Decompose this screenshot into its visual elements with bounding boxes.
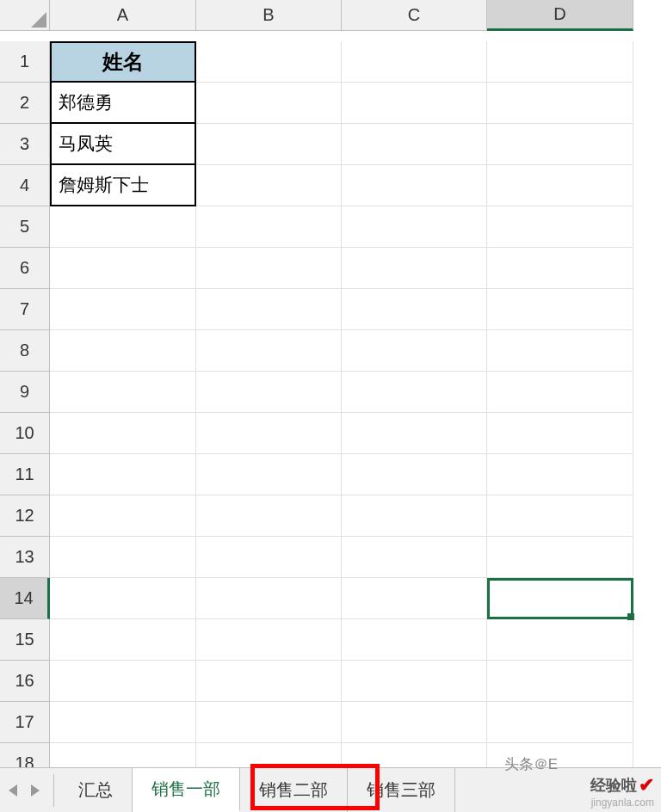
cell-b16[interactable] bbox=[196, 661, 342, 702]
row-header-7[interactable]: 7 bbox=[0, 289, 50, 330]
cell-c6[interactable] bbox=[342, 248, 487, 289]
col-header-a[interactable]: A bbox=[50, 0, 196, 31]
cell-a6[interactable] bbox=[50, 248, 196, 289]
row-header-4[interactable]: 4 bbox=[0, 165, 50, 206]
tab-scroll-right[interactable] bbox=[29, 784, 41, 797]
row-header-17[interactable]: 17 bbox=[0, 702, 50, 743]
cell-a4[interactable]: 詹姆斯下士 bbox=[50, 165, 196, 206]
cell-d11[interactable] bbox=[487, 454, 633, 495]
cell-b11[interactable] bbox=[196, 454, 342, 495]
cell-a12[interactable] bbox=[50, 495, 196, 537]
cell-c13[interactable] bbox=[342, 537, 487, 578]
cell-d10[interactable] bbox=[487, 413, 633, 454]
cell-b1[interactable] bbox=[196, 41, 342, 83]
cell-d14[interactable] bbox=[487, 578, 633, 619]
sheet-tab-sales3[interactable]: 销售三部 bbox=[348, 768, 455, 812]
row-header-8[interactable]: 8 bbox=[0, 330, 50, 372]
cell-d7[interactable] bbox=[487, 289, 633, 330]
cell-a18[interactable] bbox=[50, 743, 196, 767]
row-header-2[interactable]: 2 bbox=[0, 83, 50, 124]
cell-b3[interactable] bbox=[196, 124, 342, 165]
cell-a17[interactable] bbox=[50, 702, 196, 743]
row-header-14[interactable]: 14 bbox=[0, 578, 50, 619]
row-header-9[interactable]: 9 bbox=[0, 372, 50, 413]
cell-c4[interactable] bbox=[342, 165, 487, 206]
cell-b2[interactable] bbox=[196, 83, 342, 124]
cell-d6[interactable] bbox=[487, 248, 633, 289]
cell-a8[interactable] bbox=[50, 330, 196, 372]
cell-a11[interactable] bbox=[50, 454, 196, 495]
row-header-15[interactable]: 15 bbox=[0, 619, 50, 661]
cell-b15[interactable] bbox=[196, 619, 342, 661]
cell-c1[interactable] bbox=[342, 41, 487, 83]
row-header-5[interactable]: 5 bbox=[0, 206, 50, 248]
select-all-corner[interactable] bbox=[0, 0, 50, 31]
row-header-11[interactable]: 11 bbox=[0, 454, 50, 495]
cell-d15[interactable] bbox=[487, 619, 633, 661]
cell-d17[interactable] bbox=[487, 702, 633, 743]
cell-c8[interactable] bbox=[342, 330, 487, 372]
tab-scroll-left[interactable] bbox=[7, 784, 19, 797]
sheet-tab-summary[interactable]: 汇总 bbox=[59, 768, 133, 812]
col-header-b[interactable]: B bbox=[196, 0, 342, 31]
row-header-18[interactable]: 18 bbox=[0, 743, 50, 767]
cell-b7[interactable] bbox=[196, 289, 342, 330]
cell-c11[interactable] bbox=[342, 454, 487, 495]
cell-b18[interactable] bbox=[196, 743, 342, 767]
cell-a3[interactable]: 马凤英 bbox=[50, 124, 196, 165]
cell-b9[interactable] bbox=[196, 372, 342, 413]
cell-a9[interactable] bbox=[50, 372, 196, 413]
sheet-tab-sales1[interactable]: 销售一部 bbox=[133, 768, 240, 812]
col-header-d[interactable]: D bbox=[487, 0, 633, 31]
row-header-12[interactable]: 12 bbox=[0, 495, 50, 537]
sheet-tab-sales2[interactable]: 销售二部 bbox=[240, 768, 348, 812]
row-header-6[interactable]: 6 bbox=[0, 248, 50, 289]
cell-c18[interactable] bbox=[342, 743, 487, 767]
cell-a14[interactable] bbox=[50, 578, 196, 619]
cell-c5[interactable] bbox=[342, 206, 487, 248]
row-header-13[interactable]: 13 bbox=[0, 537, 50, 578]
cell-d5[interactable] bbox=[487, 206, 633, 248]
cell-b14[interactable] bbox=[196, 578, 342, 619]
cell-b5[interactable] bbox=[196, 206, 342, 248]
cell-d16[interactable] bbox=[487, 661, 633, 702]
cell-c3[interactable] bbox=[342, 124, 487, 165]
cell-c14[interactable] bbox=[342, 578, 487, 619]
cell-c9[interactable] bbox=[342, 372, 487, 413]
cell-c12[interactable] bbox=[342, 495, 487, 537]
row-header-10[interactable]: 10 bbox=[0, 413, 50, 454]
row-header-1[interactable]: 1 bbox=[0, 41, 50, 83]
cell-b12[interactable] bbox=[196, 495, 342, 537]
cell-d3[interactable] bbox=[487, 124, 633, 165]
cell-a13[interactable] bbox=[50, 537, 196, 578]
cell-c10[interactable] bbox=[342, 413, 487, 454]
col-header-c[interactable]: C bbox=[342, 0, 487, 31]
cell-c16[interactable] bbox=[342, 661, 487, 702]
cell-c2[interactable] bbox=[342, 83, 487, 124]
row-header-16[interactable]: 16 bbox=[0, 661, 50, 702]
cell-c15[interactable] bbox=[342, 619, 487, 661]
cell-d12[interactable] bbox=[487, 495, 633, 537]
cell-a7[interactable] bbox=[50, 289, 196, 330]
cell-d4[interactable] bbox=[487, 165, 633, 206]
cell-a16[interactable] bbox=[50, 661, 196, 702]
cell-c17[interactable] bbox=[342, 702, 487, 743]
cell-b10[interactable] bbox=[196, 413, 342, 454]
cell-b6[interactable] bbox=[196, 248, 342, 289]
cell-a10[interactable] bbox=[50, 413, 196, 454]
cell-d13[interactable] bbox=[487, 537, 633, 578]
cell-a1[interactable]: 姓名 bbox=[50, 41, 196, 83]
cell-d1[interactable] bbox=[487, 41, 633, 83]
cell-b17[interactable] bbox=[196, 702, 342, 743]
cell-b13[interactable] bbox=[196, 537, 342, 578]
cell-d2[interactable] bbox=[487, 83, 633, 124]
cell-a2[interactable]: 郑德勇 bbox=[50, 83, 196, 124]
cell-b4[interactable] bbox=[196, 165, 342, 206]
cell-d8[interactable] bbox=[487, 330, 633, 372]
cell-c7[interactable] bbox=[342, 289, 487, 330]
cell-a5[interactable] bbox=[50, 206, 196, 248]
cell-b8[interactable] bbox=[196, 330, 342, 372]
row-header-3[interactable]: 3 bbox=[0, 124, 50, 165]
cell-d9[interactable] bbox=[487, 372, 633, 413]
cell-a15[interactable] bbox=[50, 619, 196, 661]
